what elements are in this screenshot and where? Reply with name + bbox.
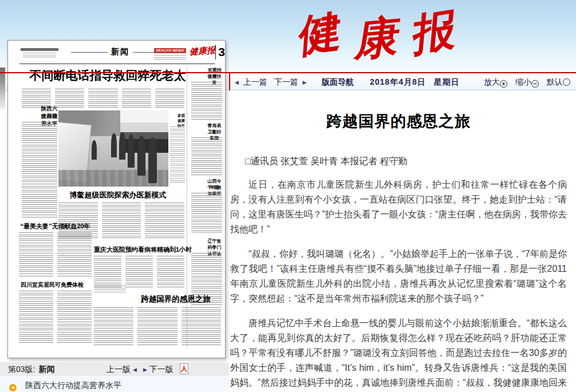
thumb-photo	[58, 110, 168, 187]
zoom-reset-button[interactable]: 默认	[547, 77, 570, 86]
thumb-section-label: 新闻	[111, 47, 129, 57]
edition-name: 新闻	[38, 365, 54, 374]
next-page-arrow-icon: ▶	[143, 367, 147, 373]
article-byline: □通讯员 张艾萱 吴叶青 本报记者 程守勤	[245, 156, 567, 168]
site-logo: 健康报	[274, 1, 474, 64]
zoom-in-icon[interactable]: +	[500, 80, 507, 88]
toolbar-red-divider	[229, 73, 230, 90]
zoom-in-button[interactable]: 放大+	[484, 77, 507, 86]
header-divider	[0, 72, 576, 73]
newspaper-page-preview[interactable]: 新闻 HEALTH NEWS 健康报 3 不间断电话指导救回猝死老太 陕西六大行…	[7, 40, 226, 358]
thumb-text-block	[22, 122, 57, 218]
left-edge-fragment	[0, 68, 5, 109]
next-page-button[interactable]: ▶ 下一版	[143, 365, 173, 375]
related-article-row: ➔ 陕西六大行动提高营养水平	[9, 381, 121, 391]
photo-figure	[92, 140, 97, 160]
zoom-in-label: 放大	[484, 77, 500, 86]
zoom-out-button[interactable]: 缩小−	[515, 77, 539, 86]
thumb-sidebar-headline: 辽宁首个 药学门诊开诊	[191, 238, 222, 244]
prev-page-arrow-icon: ◀	[133, 367, 137, 373]
photo-figure	[128, 134, 135, 168]
thumb-right-column: 京冀结对 健康扶贫 青海表彰 卫生好新闻 山西今年建 千个旅游厕所 辽宁首个 药…	[191, 66, 222, 347]
thumb-headline-feature: 跨越国界的感恩之旅	[129, 294, 222, 304]
page-pager-bar: 第03版:新闻 上一版 ◀ ▶ 下一版 人	[0, 362, 229, 376]
edition-number: 第03版:	[8, 365, 35, 374]
article-title: 跨越国界的感恩之旅	[230, 111, 567, 132]
photo-figure	[148, 137, 157, 183]
weekday-text: 星期日	[434, 77, 460, 86]
thumb-page-number: 3	[215, 45, 225, 60]
rule-line	[71, 52, 108, 53]
zoom-out-icon[interactable]: −	[531, 80, 539, 88]
thumb-headline-main: 不间断电话指导救回猝死老太	[24, 68, 191, 84]
thumb-headline-sichuan: 四川宜宾居民可免费体检	[21, 281, 88, 289]
date-text: 2018年4月8日	[370, 77, 426, 86]
prev-page-button[interactable]: 上一版 ◀	[106, 365, 137, 375]
prev-page-label: 上一版	[106, 365, 131, 374]
zoom-reset-label: 默认	[547, 77, 563, 86]
thumb-text-block	[170, 126, 185, 184]
thumb-headline-boao: 博鳌超级医院探索办医新模式	[61, 190, 175, 200]
photo-figure	[137, 136, 145, 176]
logo-char: 康	[350, 5, 399, 72]
thumb-masthead-right: HEALTH NEWS 健康报 3	[154, 47, 225, 64]
zoom-out-label: 缩小	[515, 77, 531, 86]
pdf-icon: 人	[180, 364, 188, 374]
thumb-column-rule	[187, 66, 187, 347]
thumb-sidebar-headline: 青海表彰 卫生好新闻	[191, 122, 222, 129]
zoom-controls: 放大+ 缩小− 默认	[484, 77, 576, 88]
thumb-masthead-date	[154, 55, 186, 61]
next-page-label: 下一版	[149, 365, 173, 374]
next-article-button[interactable]: 下一篇	[274, 77, 298, 86]
layout-nav-button[interactable]: 版面导航	[322, 77, 354, 88]
thumb-text-block	[191, 137, 222, 175]
related-article-link[interactable]: 陕西六大行动提高营养水平	[25, 381, 121, 390]
thumb-headline-couple: “最美夫妻”无偿献血20年	[19, 222, 92, 231]
thumb-masthead-credits	[21, 48, 58, 51]
caption-line: 参观	[177, 113, 185, 118]
thumb-text-block	[19, 232, 92, 276]
article-panel: 跨越国界的感恩之旅 □通讯员 张艾萱 吴叶青 本报记者 程守勤 近日，在南京市儿…	[230, 90, 567, 392]
edition-label: 第03版:新闻	[8, 365, 54, 375]
article-pager: ◀ 上一篇 下一篇 ▶	[235, 77, 307, 88]
article-paragraph: “叔叔，你好，我叫璐璐（化名）。”小姑娘举起手上的一张单子说，“7年前是你救了我…	[230, 247, 567, 306]
photo-figure	[119, 132, 125, 160]
thumb-photo-caption: 参观 健康快车	[170, 113, 185, 118]
thumb-headline-chongqing: 重庆大医院预约看病将精确到1小时	[94, 246, 186, 254]
pdf-download-button[interactable]: 人	[180, 363, 188, 374]
photo-figure	[111, 133, 117, 157]
thumb-text-block	[191, 193, 222, 234]
next-arrow-icon: ▶	[303, 80, 307, 85]
thumb-masthead-contact	[23, 53, 56, 58]
logo-char: 报	[405, 0, 457, 67]
zoom-reset-icon[interactable]	[563, 78, 570, 86]
prev-article-button[interactable]: 上一篇	[243, 77, 267, 86]
arrow-bullet-icon: ➔	[9, 384, 17, 391]
prev-arrow-icon: ◀	[235, 80, 239, 85]
thumb-masthead-rule	[19, 64, 215, 64]
issue-date: 2018年4月8日星期日	[370, 77, 468, 88]
article-paragraph: 唐维兵记忆中手术台上命悬一线的婴儿与眼前这个小姑娘渐渐重合。“都长这么大了，能再…	[230, 316, 567, 392]
thumb-text-block	[19, 291, 92, 343]
thumb-text-block	[94, 256, 184, 289]
thumb-feature-byline	[94, 286, 126, 293]
article-paragraph: 近日，在南京市儿童医院新生儿外科病房，护士们和往常一样忙碌在各个病房，没有人注意…	[230, 177, 567, 237]
thumb-sidebar-headline: 山西今年建 千个旅游厕所	[191, 178, 222, 184]
thumb-text-block	[191, 82, 222, 120]
thumb-brand-logo: 健康报	[189, 45, 216, 57]
thumb-headline-shaanxi: 陕西六大行动 提高营养水平	[22, 105, 58, 112]
thumb-text-block	[94, 307, 221, 345]
health-news-badge: HEALTH NEWS	[154, 48, 186, 53]
logo-char: 健	[290, 0, 344, 69]
